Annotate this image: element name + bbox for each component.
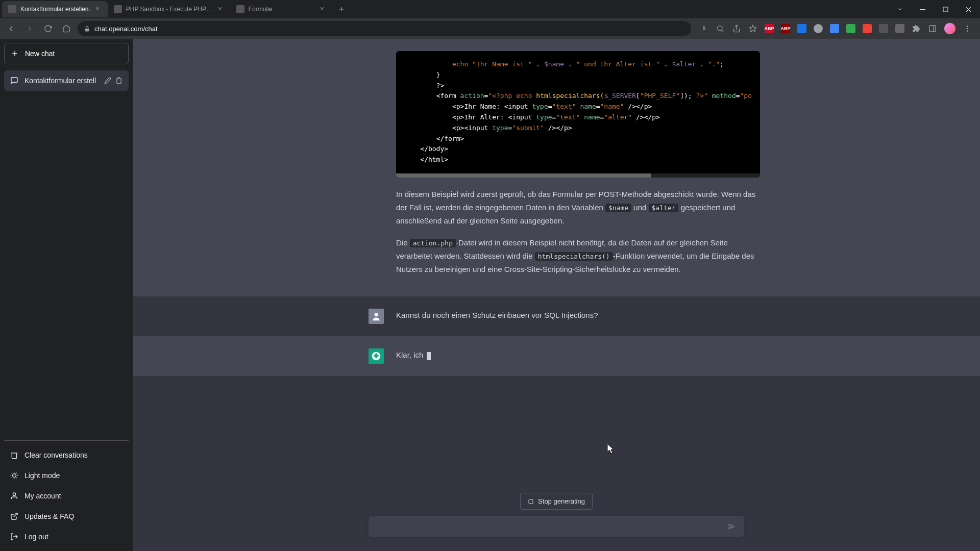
send-button[interactable] [728, 522, 736, 531]
maximize-button[interactable] [934, 1, 957, 17]
svg-line-28 [16, 478, 17, 478]
new-tab-button[interactable] [334, 2, 349, 16]
my-account[interactable]: My account [4, 486, 129, 506]
forward-button[interactable] [22, 21, 37, 36]
svg-line-34 [14, 513, 17, 517]
browser-tab[interactable]: Formular [230, 1, 332, 17]
extension-icons: ⠿ ABP ABP [695, 23, 976, 34]
user-message: Kannst du noch einen Schutz einbauen vor… [133, 296, 980, 336]
assistant-message: echo "Ihr Name ist " . $name . " und Ihr… [133, 39, 980, 296]
home-button[interactable] [59, 21, 74, 36]
sun-icon [10, 471, 18, 480]
trash-icon [10, 451, 18, 459]
tab-close-icon[interactable] [319, 6, 326, 13]
url-text: chat.openai.com/chat [94, 25, 158, 33]
browser-tab[interactable]: PHP Sandbox - Execute PHP code [108, 1, 230, 17]
favicon [114, 5, 122, 13]
svg-rect-17 [929, 26, 936, 32]
updates-faq[interactable]: Updates & FAQ [4, 506, 129, 527]
conversation-title: Kontaktformular erstell [24, 77, 98, 85]
assistant-message-typing: Klar, ich [133, 336, 980, 376]
edit-icon[interactable] [104, 77, 111, 84]
abp-icon[interactable]: ABP [765, 24, 774, 33]
translate-icon[interactable]: ⠿ [699, 24, 708, 33]
tab-close-icon[interactable] [94, 6, 102, 13]
svg-point-20 [967, 28, 968, 30]
reload-button[interactable] [41, 21, 55, 36]
extensions-puzzle-icon[interactable] [912, 24, 921, 33]
stop-generating-button[interactable]: Stop generating [520, 493, 593, 510]
minimize-button[interactable] [911, 1, 934, 17]
url-field[interactable]: chat.openai.com/chat [78, 21, 691, 36]
user-icon [10, 492, 18, 500]
conversation-list: Kontaktformular erstell [4, 70, 129, 440]
code-horizontal-scrollbar[interactable] [396, 173, 760, 178]
code-block: echo "Ihr Name ist " . $name . " und Ihr… [396, 51, 760, 178]
chat-icon [10, 77, 18, 85]
svg-point-33 [13, 493, 15, 495]
svg-line-32 [16, 473, 17, 473]
svg-point-13 [718, 26, 722, 31]
ext-icon-7[interactable] [895, 24, 904, 33]
light-mode-toggle[interactable]: Light mode [4, 465, 129, 486]
ext-icon-1[interactable] [797, 24, 806, 33]
ext-icon-4[interactable] [846, 24, 855, 33]
svg-rect-9 [943, 7, 948, 12]
assistant-paragraph: Die action.php-Datei wird in diesem Beis… [396, 236, 760, 277]
svg-point-36 [375, 313, 378, 317]
logout-icon [10, 533, 18, 541]
message-content: Klar, ich [396, 348, 744, 364]
close-button[interactable] [957, 1, 980, 17]
ext-icon-5[interactable] [863, 24, 872, 33]
message-input[interactable] [377, 522, 728, 531]
trash-icon[interactable] [115, 77, 122, 84]
tab-bar: Kontaktformular erstellen.PHP Sandbox - … [0, 0, 980, 18]
bookmark-icon[interactable] [748, 24, 757, 33]
user-avatar [369, 309, 384, 324]
profile-avatar[interactable] [944, 23, 955, 34]
share-icon[interactable] [732, 24, 741, 33]
code-content[interactable]: echo "Ihr Name ist " . $name . " und Ihr… [396, 51, 760, 173]
browser-chrome: Kontaktformular erstellen.PHP Sandbox - … [0, 0, 980, 39]
typing-cursor [427, 352, 431, 360]
tab-title: PHP Sandbox - Execute PHP code [126, 6, 213, 13]
svg-line-31 [12, 478, 12, 478]
assistant-avatar [369, 348, 384, 364]
input-area: Stop generating [133, 485, 980, 551]
tab-close-icon[interactable] [217, 6, 224, 13]
chrome-menu-icon[interactable] [963, 24, 972, 33]
message-content: Kannst du noch einen Schutz einbauen vor… [396, 309, 744, 324]
abp-icon-2[interactable]: ABP [781, 24, 790, 33]
back-button[interactable] [4, 21, 18, 36]
new-chat-button[interactable]: New chat [4, 43, 129, 64]
svg-line-14 [722, 30, 723, 32]
lock-icon [84, 26, 90, 32]
svg-point-21 [967, 30, 968, 32]
favicon [8, 5, 16, 13]
logout[interactable]: Log out [4, 527, 129, 547]
sidebar: New chat Kontaktformular erstell Clear c… [0, 39, 133, 551]
message-input-box[interactable] [369, 516, 744, 537]
stop-icon [528, 498, 534, 505]
message-content: echo "Ihr Name ist " . $name . " und Ihr… [396, 51, 760, 284]
svg-rect-12 [85, 28, 89, 31]
clear-conversations[interactable]: Clear conversations [4, 445, 129, 465]
svg-rect-37 [529, 499, 533, 504]
zoom-icon[interactable] [716, 24, 725, 33]
address-bar: chat.openai.com/chat ⠿ ABP ABP [0, 18, 980, 39]
svg-marker-16 [749, 25, 756, 32]
openai-icon [371, 351, 381, 361]
main-content: echo "Ihr Name ist " . $name . " und Ihr… [133, 39, 980, 551]
new-chat-label: New chat [25, 49, 55, 58]
ext-icon-6[interactable] [879, 24, 888, 33]
svg-rect-8 [920, 9, 925, 10]
window-controls [888, 1, 980, 17]
browser-tab[interactable]: Kontaktformular erstellen. [2, 1, 108, 17]
chat-scroll[interactable]: echo "Ihr Name ist " . $name . " und Ihr… [133, 39, 980, 551]
conversation-item[interactable]: Kontaktformular erstell [4, 70, 129, 91]
chrome-chevron-icon[interactable] [888, 1, 911, 17]
svg-point-24 [13, 474, 16, 478]
side-panel-icon[interactable] [928, 24, 937, 33]
ext-icon-3[interactable] [830, 24, 839, 33]
ext-icon-2[interactable] [814, 24, 823, 33]
